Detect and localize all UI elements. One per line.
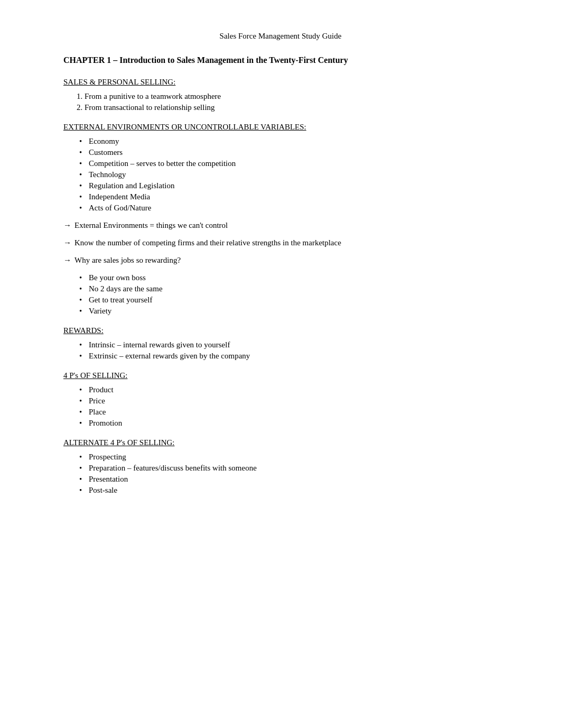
section-heading-external: EXTERNAL ENVIRONMENTS OR UNCONTROLLABLE … bbox=[63, 123, 498, 132]
section-heading-rewards: REWARDS: bbox=[63, 326, 498, 335]
list-item: Post-sale bbox=[79, 486, 498, 495]
unordered-list-external: Economy Customers Competition – serves t… bbox=[79, 137, 498, 213]
arrow-icon-1: → bbox=[63, 221, 71, 230]
list-item: Intrinsic – internal rewards given to yo… bbox=[79, 340, 498, 349]
list-item: Independent Media bbox=[79, 192, 498, 201]
list-item: Regulation and Legislation bbox=[79, 181, 498, 190]
arrow-item-1: → External Environments = things we can'… bbox=[63, 221, 498, 230]
arrow-text-2: Know the number of competing firms and t… bbox=[74, 238, 498, 247]
list-item: No 2 days are the same bbox=[79, 284, 498, 293]
unordered-list-rewarding: Be your own boss No 2 days are the same … bbox=[79, 273, 498, 316]
section-rewards: REWARDS: Intrinsic – internal rewards gi… bbox=[63, 326, 498, 361]
list-item: Promotion bbox=[79, 419, 498, 428]
unordered-list-alternate: Prospecting Preparation – features/discu… bbox=[79, 453, 498, 495]
section-heading-sales: SALES & PERSONAL SELLING: bbox=[63, 78, 498, 87]
list-item: Economy bbox=[79, 137, 498, 146]
list-item: Price bbox=[79, 397, 498, 406]
section-four-ps: 4 P's OF SELLING: Product Price Place Pr… bbox=[63, 371, 498, 428]
list-item: Preparation – features/discuss benefits … bbox=[79, 464, 498, 473]
page-title: Sales Force Management Study Guide bbox=[63, 32, 498, 41]
list-item: Be your own boss bbox=[79, 273, 498, 282]
section-external-environments: EXTERNAL ENVIRONMENTS OR UNCONTROLLABLE … bbox=[63, 123, 498, 213]
list-item: Prospecting bbox=[79, 453, 498, 462]
list-item: Presentation bbox=[79, 475, 498, 484]
list-item: Technology bbox=[79, 170, 498, 179]
list-item: Product bbox=[79, 385, 498, 394]
list-item: From transactional to relationship selli… bbox=[85, 103, 498, 112]
list-item: Customers bbox=[79, 148, 498, 157]
arrow-item-2: → Know the number of competing firms and… bbox=[63, 238, 498, 247]
section-alternate-four-ps: ALTERNATE 4 P's OF SELLING: Prospecting … bbox=[63, 438, 498, 495]
list-item: Extrinsic – external rewards given by th… bbox=[79, 352, 498, 361]
list-item: Variety bbox=[79, 307, 498, 316]
list-item: Get to treat yourself bbox=[79, 296, 498, 305]
arrow-item-3: → Why are sales jobs so rewarding? bbox=[63, 256, 498, 265]
arrow-text-1: External Environments = things we can't … bbox=[74, 221, 498, 230]
arrow-icon-3: → bbox=[63, 256, 71, 265]
list-item: Acts of God/Nature bbox=[79, 204, 498, 213]
list-item: From a punitive to a teamwork atmosphere bbox=[85, 92, 498, 101]
list-item: Competition – serves to better the compe… bbox=[79, 159, 498, 168]
section-heading-four-ps: 4 P's OF SELLING: bbox=[63, 371, 498, 380]
chapter-heading: CHAPTER 1 – Introduction to Sales Manage… bbox=[63, 56, 498, 65]
arrow-icon-2: → bbox=[63, 238, 71, 247]
section-heading-alternate: ALTERNATE 4 P's OF SELLING: bbox=[63, 438, 498, 447]
unordered-list-four-ps: Product Price Place Promotion bbox=[79, 385, 498, 428]
list-item: Place bbox=[79, 408, 498, 417]
unordered-list-rewards: Intrinsic – internal rewards given to yo… bbox=[79, 340, 498, 361]
arrow-text-3: Why are sales jobs so rewarding? bbox=[74, 256, 498, 265]
ordered-list-sales: From a punitive to a teamwork atmosphere… bbox=[85, 92, 498, 112]
section-sales-personal-selling: SALES & PERSONAL SELLING: From a punitiv… bbox=[63, 78, 498, 112]
